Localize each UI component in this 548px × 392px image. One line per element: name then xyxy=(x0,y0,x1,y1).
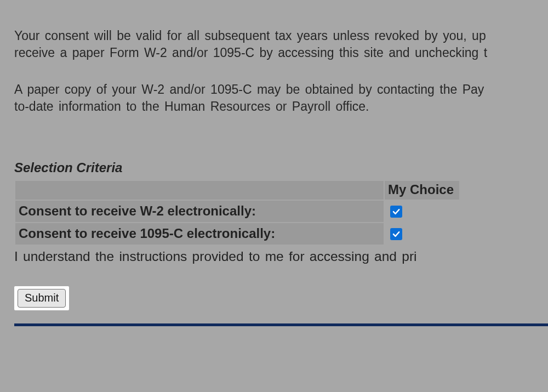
selection-criteria-heading: Selection Criteria xyxy=(14,160,534,175)
table-row: Consent to receive 1095-C electronically… xyxy=(15,223,459,245)
consent-1095c-label: Consent to receive 1095-C electronically… xyxy=(15,223,384,245)
consent-table: My Choice Consent to receive W-2 electro… xyxy=(14,180,460,246)
text-line: Your consent will be valid for all subse… xyxy=(14,29,486,43)
submit-button[interactable]: Submit xyxy=(18,289,66,308)
horizontal-rule xyxy=(14,323,548,326)
text-line: receive a paper Form W-2 and/or 1095-C b… xyxy=(14,46,487,60)
table-row: Consent to receive W-2 electronically: xyxy=(15,201,459,222)
check-icon xyxy=(392,230,401,238)
understand-text: I understand the instructions provided t… xyxy=(14,249,534,264)
submit-highlight: Submit xyxy=(14,286,69,310)
consent-1095c-checkbox[interactable] xyxy=(390,228,402,240)
text-line: A paper copy of your W-2 and/or 1095-C m… xyxy=(14,82,484,96)
table-header-row: My Choice xyxy=(15,181,459,200)
consent-w2-checkbox[interactable] xyxy=(390,206,402,218)
text-line: to-date information to the Human Resourc… xyxy=(14,99,369,113)
consent-w2-label: Consent to receive W-2 electronically: xyxy=(15,201,384,222)
check-icon xyxy=(392,207,401,216)
header-blank-cell xyxy=(15,181,384,200)
consent-validity-paragraph: Your consent will be valid for all subse… xyxy=(14,27,534,61)
paper-copy-paragraph: A paper copy of your W-2 and/or 1095-C m… xyxy=(14,81,534,115)
header-my-choice: My Choice xyxy=(385,181,459,200)
